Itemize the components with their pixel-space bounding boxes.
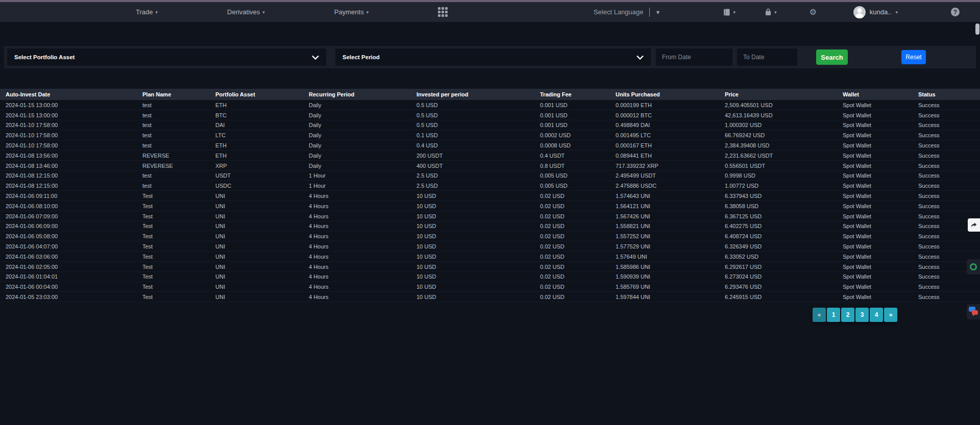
- table-row: 2024-01-08 13:46:00REVERESEXRPDaily400 U…: [0, 161, 980, 171]
- table-cell: 2024-01-08 13:56:00: [0, 153, 142, 159]
- table-cell: Daily: [309, 112, 416, 118]
- table-cell: 4 Hours: [309, 264, 416, 270]
- table-cell: 1.590939 UNI: [616, 273, 725, 280]
- chevron-down-icon: ▾: [733, 10, 736, 15]
- table-cell: 6.273024 USD: [725, 273, 843, 280]
- table-cell: 2.475886 USDC: [616, 183, 725, 189]
- table-cell: Test: [142, 213, 215, 219]
- period-select-value: Select Period: [342, 54, 380, 60]
- share-widget-button[interactable]: [968, 218, 980, 232]
- reset-button[interactable]: Reset: [901, 50, 926, 64]
- table-cell: Success: [918, 183, 980, 189]
- table-cell: Test: [142, 294, 215, 300]
- table-cell: 0.02 USD: [540, 254, 616, 260]
- pagination-page-2[interactable]: 2: [841, 308, 854, 322]
- table-row: 2024-01-10 17:58:00testLTCDaily0.1 USD0.…: [0, 130, 980, 140]
- table-cell: test: [142, 172, 215, 179]
- table-cell: 2024-01-06 05:08:00: [0, 233, 142, 239]
- table-cell: Spot Wallet: [843, 112, 918, 118]
- pagination-next-button[interactable]: »: [884, 308, 897, 322]
- table-cell: 0.02 USD: [540, 193, 616, 199]
- table-cell: test: [142, 132, 215, 138]
- table-cell: Test: [142, 193, 215, 199]
- table-cell: Spot Wallet: [843, 203, 918, 209]
- table-cell: Test: [142, 243, 215, 249]
- chat-widget-button[interactable]: [967, 304, 980, 319]
- table-cell: Daily: [309, 102, 416, 108]
- nav-right-group: Select Language ▼ ▾ ▾ ⚙: [594, 6, 960, 18]
- pagination-page-3[interactable]: 3: [855, 308, 869, 322]
- table-cell: 10 USD: [416, 213, 540, 219]
- table-cell: REVERSE: [142, 153, 215, 159]
- table-cell: 1.577529 UNI: [616, 243, 725, 249]
- language-selector[interactable]: Select Language ▼: [594, 8, 660, 17]
- table-row: 2024-01-05 23:03:00TestUNI4 Hours10 USD0…: [0, 292, 980, 302]
- table-row: 2024-01-08 13:56:00REVERSEETHDaily200 US…: [0, 151, 980, 161]
- portfolio-asset-select[interactable]: Select Portfolio Asset: [7, 48, 326, 66]
- table-cell: 4 Hours: [309, 273, 416, 280]
- column-header: Portfolio Asset: [215, 91, 309, 97]
- table-cell: 10 USD: [416, 284, 540, 290]
- table-cell: Spot Wallet: [843, 233, 918, 239]
- column-header: Plan Name: [142, 91, 215, 97]
- pagination-prev-button[interactable]: «: [813, 308, 826, 322]
- share-arrow-icon: [970, 221, 977, 229]
- table-cell: 0.02 USD: [540, 203, 616, 209]
- from-date-input[interactable]: [656, 48, 732, 66]
- divider: [649, 8, 650, 17]
- chat-bubble-icon: [972, 310, 978, 315]
- table-cell: 1 Hour: [309, 172, 416, 179]
- scrollbar-thumb[interactable]: [975, 23, 979, 35]
- table-cell: 2,384.39408 USD: [725, 142, 843, 148]
- green-ring-widget-button[interactable]: [967, 259, 980, 274]
- search-button[interactable]: Search: [816, 49, 848, 65]
- table-cell: 0.02 USD: [540, 233, 616, 239]
- table-row: 2024-01-06 09:11:00TestUNI4 Hours10 USD0…: [0, 191, 980, 201]
- chevron-down-icon: ▾: [155, 10, 158, 15]
- table-cell: 0.001 USD: [540, 122, 616, 128]
- table-cell: 200 USDT: [416, 153, 540, 159]
- table-cell: 1.558821 UNI: [616, 223, 725, 229]
- pagination-page-1[interactable]: 1: [827, 308, 840, 322]
- table-cell: test: [142, 102, 215, 108]
- table-cell: 2024-01-06 03:06:00: [0, 254, 142, 260]
- table-cell: BTC: [215, 112, 309, 118]
- to-date-input[interactable]: [737, 48, 797, 66]
- apps-grid-icon[interactable]: [438, 7, 448, 17]
- table-cell: 0.0002 USD: [540, 132, 616, 138]
- table-cell: Success: [918, 233, 980, 239]
- table-cell: test: [142, 142, 215, 148]
- table-cell: 1.585986 UNI: [616, 264, 725, 270]
- table-cell: 2.5 USD: [416, 172, 540, 179]
- nav-derivatives-menu[interactable]: Derivatives ▾: [227, 8, 265, 16]
- table-cell: 4 Hours: [309, 243, 416, 249]
- table-cell: 1.597844 UNI: [616, 294, 725, 300]
- help-icon[interactable]: ?: [951, 8, 960, 16]
- settings-gear-icon[interactable]: ⚙: [809, 8, 816, 16]
- table-row: 2024-01-10 17:58:00testETHDaily0.4 USD0.…: [0, 140, 980, 151]
- username: kunda..: [870, 8, 892, 16]
- table-cell: 4 Hours: [309, 223, 416, 229]
- pagination: «1234»: [813, 308, 897, 322]
- table-cell: 10 USD: [416, 273, 540, 280]
- table-cell: 10 USD: [416, 254, 540, 260]
- wallet-bag-menu[interactable]: ▾: [764, 8, 777, 16]
- table-cell: Success: [918, 203, 980, 209]
- nav-trade-menu[interactable]: Trade ▾: [136, 8, 158, 16]
- table-cell: 4 Hours: [309, 193, 416, 199]
- user-menu[interactable]: kunda.. ▾: [853, 6, 898, 18]
- pagination-page-4[interactable]: 4: [870, 308, 883, 322]
- orders-book-menu[interactable]: ▾: [723, 8, 736, 16]
- table-cell: 2024-01-10 17:58:00: [0, 132, 142, 138]
- table-cell: 0.9998 USD: [725, 172, 843, 179]
- table-cell: ETH: [215, 142, 309, 148]
- table-cell: UNI: [215, 213, 309, 219]
- table-cell: 66.769242 USD: [725, 132, 843, 138]
- table-cell: 0.4 USD: [416, 142, 540, 148]
- table-cell: Spot Wallet: [843, 172, 918, 179]
- nav-payments-menu[interactable]: Payments ▾: [334, 8, 369, 16]
- period-select[interactable]: Select Period: [335, 48, 651, 66]
- table-cell: Success: [918, 273, 980, 280]
- table-cell: REVERESE: [142, 163, 215, 169]
- table-cell: 6.293476 USD: [725, 284, 843, 290]
